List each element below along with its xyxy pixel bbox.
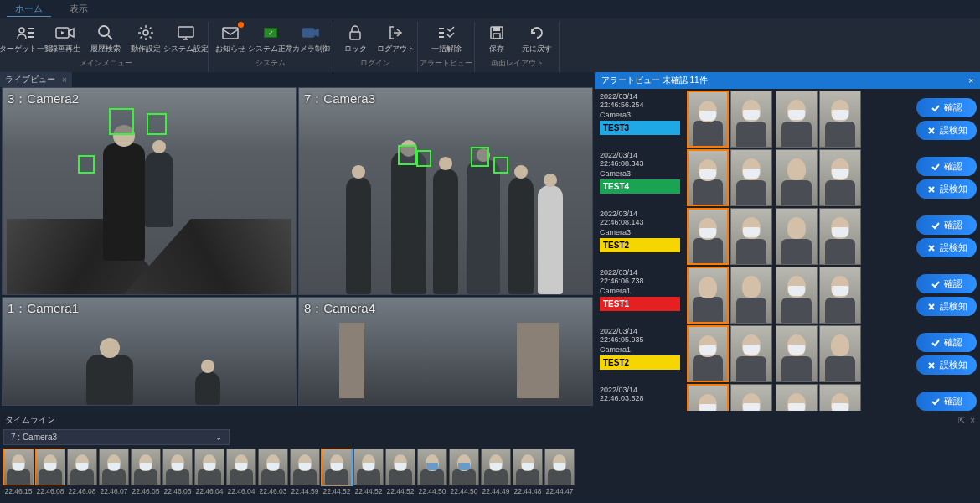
- camera-ctrl-button[interactable]: カメラ制御: [291, 22, 331, 56]
- alert-actions: 確認誤検知: [916, 325, 978, 382]
- timeline-item[interactable]: 22:44:52: [353, 449, 384, 495]
- system-ok-button[interactable]: システム正常: [250, 22, 291, 56]
- timeline-item[interactable]: 22:44:49: [481, 449, 511, 495]
- face-thumbnail[interactable]: [776, 208, 818, 265]
- face-thumbnail[interactable]: [776, 267, 818, 324]
- timeline-item[interactable]: 22:44:52: [322, 449, 352, 495]
- alert-row[interactable]: 2022/03/14 22:46:05.935Camera1TEST2確認誤検知: [596, 325, 978, 382]
- timeline-item[interactable]: 22:46:08: [67, 449, 97, 495]
- false-detection-button[interactable]: 誤検知: [916, 297, 977, 316]
- timeline-thumbnail: [258, 449, 288, 485]
- target-list-button[interactable]: ターゲット一覧: [5, 22, 45, 56]
- face-thumbnail[interactable]: [776, 149, 818, 206]
- pin-icon[interactable]: ⇱: [958, 416, 965, 425]
- live-view-tab[interactable]: ライブビュー ×: [0, 72, 72, 87]
- face-thumbnail[interactable]: [687, 149, 729, 206]
- timeline-item[interactable]: 22:46:04: [194, 449, 224, 495]
- svg-rect-17: [493, 34, 500, 39]
- timeline-item[interactable]: 22:44:50: [417, 449, 447, 495]
- face-thumbnail[interactable]: [776, 325, 818, 382]
- record-play-button[interactable]: 録画再生: [45, 22, 85, 56]
- false-detection-button[interactable]: 誤検知: [916, 238, 977, 257]
- face-thumbnail[interactable]: [819, 208, 861, 265]
- toolbar-item-label: 一括解除: [431, 44, 462, 54]
- face-thumbnail[interactable]: [819, 267, 861, 324]
- face-thumbnail[interactable]: [819, 325, 861, 382]
- bulk-clear-button[interactable]: 一括解除: [426, 22, 467, 56]
- confirm-button[interactable]: 確認: [916, 215, 977, 235]
- close-icon[interactable]: ×: [62, 75, 67, 85]
- face-thumbnail[interactable]: [819, 149, 861, 206]
- confirm-button[interactable]: 確認: [916, 157, 977, 176]
- notice-button[interactable]: お知らせ: [210, 22, 250, 56]
- alert-row[interactable]: 2022/03/14 22:46:03.528確認誤検知: [596, 384, 978, 411]
- false-detection-button[interactable]: 誤検知: [916, 355, 977, 375]
- timeline-item[interactable]: 22:46:03: [258, 449, 288, 495]
- timeline-item[interactable]: 22:44:50: [449, 449, 479, 495]
- thumbnail-pair: [687, 384, 772, 411]
- false-detection-button[interactable]: 誤検知: [916, 121, 977, 140]
- save-button[interactable]: 保存: [477, 22, 517, 56]
- tab-view[interactable]: 表示: [61, 2, 96, 17]
- face-thumbnail[interactable]: [730, 384, 772, 411]
- system-settings-button[interactable]: システム設定: [166, 22, 206, 56]
- face-thumbnail[interactable]: [730, 208, 772, 265]
- timeline-item[interactable]: 22:46:04: [226, 449, 256, 495]
- face-thumbnail[interactable]: [819, 91, 861, 148]
- camera-ctrl-icon: [299, 23, 322, 42]
- face-thumbnail[interactable]: [776, 91, 818, 148]
- face-thumbnail[interactable]: [730, 149, 772, 206]
- face-thumbnail[interactable]: [819, 384, 861, 411]
- confirm-button[interactable]: 確認: [916, 274, 977, 293]
- alert-timestamp: 2022/03/14 22:46:56.254: [600, 92, 680, 109]
- camera-label: 3：Camera2: [8, 91, 79, 107]
- face-thumbnail[interactable]: [730, 325, 772, 382]
- camera-select[interactable]: 7 : Camera3 ⌄: [3, 429, 230, 445]
- timeline-thumbnail: [322, 449, 352, 485]
- thumbnail-pair: [776, 325, 861, 382]
- bulk-clear-icon: [435, 23, 458, 42]
- camera-cell-2[interactable]: 1：Camera1: [2, 297, 297, 406]
- timeline-item[interactable]: 22:44:47: [544, 449, 575, 495]
- alert-row[interactable]: 2022/03/14 22:46:08.143Camera3TEST2確認誤検知: [596, 208, 978, 265]
- timeline-item[interactable]: 22:46:08: [35, 449, 65, 495]
- confirm-button[interactable]: 確認: [916, 333, 977, 352]
- face-detection-box: [493, 157, 508, 174]
- camera-cell-1[interactable]: 7：Camera3: [298, 87, 593, 295]
- face-thumbnail[interactable]: [687, 325, 729, 382]
- svg-rect-12: [439, 28, 444, 29]
- timeline-thumbnail: [226, 449, 256, 485]
- face-thumbnail[interactable]: [687, 267, 729, 324]
- face-thumbnail[interactable]: [687, 91, 729, 148]
- timeline-item[interactable]: 22:44:52: [385, 449, 415, 495]
- tab-home[interactable]: ホーム: [7, 2, 51, 17]
- false-detection-button[interactable]: 誤検知: [916, 179, 977, 199]
- timeline-timestamp: 22:46:03: [259, 487, 286, 495]
- confirm-button[interactable]: 確認: [916, 98, 977, 117]
- face-thumbnail[interactable]: [687, 208, 729, 265]
- close-icon[interactable]: ×: [968, 76, 973, 86]
- confirm-button[interactable]: 確認: [916, 392, 977, 411]
- timeline-item[interactable]: 22:46:07: [99, 449, 129, 495]
- timeline-item[interactable]: 22:44:48: [513, 449, 543, 495]
- face-thumbnail[interactable]: [730, 91, 772, 148]
- timeline-item[interactable]: 22:46:05: [162, 449, 193, 495]
- alert-row[interactable]: 2022/03/14 22:46:56.254Camera3TEST3確認誤検知: [596, 91, 978, 148]
- action-settings-button[interactable]: 動作設定: [126, 22, 166, 56]
- close-icon[interactable]: ×: [970, 416, 975, 425]
- timeline-item[interactable]: 22:46:05: [131, 449, 161, 495]
- timeline-thumbnail: [194, 449, 224, 485]
- face-thumbnail[interactable]: [687, 384, 729, 411]
- alert-row[interactable]: 2022/03/14 22:46:08.343Camera3TEST4確認誤検知: [596, 149, 978, 206]
- camera-cell-3[interactable]: 8：Camera4: [298, 297, 593, 406]
- timeline-item[interactable]: 22:44:59: [290, 449, 320, 495]
- revert-button[interactable]: 元に戻す: [517, 22, 557, 56]
- face-thumbnail[interactable]: [776, 384, 818, 411]
- logout-button[interactable]: ログアウト: [375, 22, 415, 56]
- history-search-button[interactable]: 履歴検索: [85, 22, 126, 56]
- camera-cell-0[interactable]: 3：Camera2: [2, 87, 297, 295]
- lock-button[interactable]: ロック: [335, 22, 375, 56]
- face-thumbnail[interactable]: [730, 267, 772, 324]
- timeline-item[interactable]: 22:46:15: [3, 449, 34, 495]
- alert-row[interactable]: 2022/03/14 22:46:06.738Camera1TEST1確認誤検知: [596, 267, 978, 324]
